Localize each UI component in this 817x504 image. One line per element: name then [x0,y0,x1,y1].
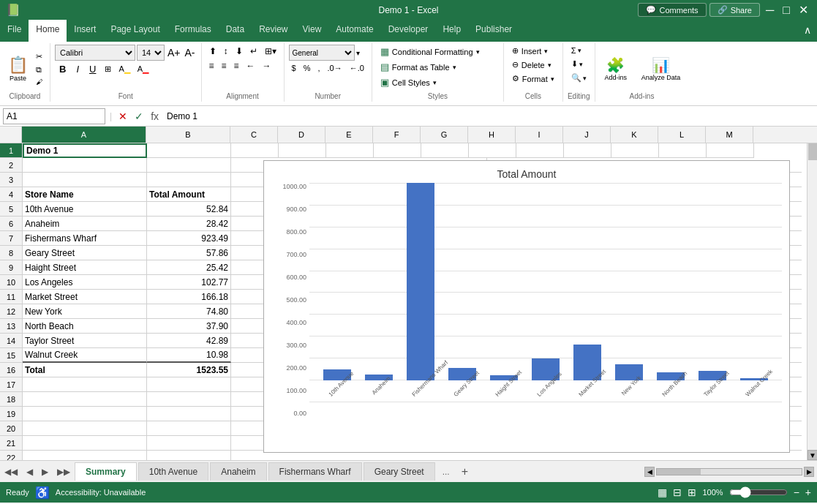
font-color-button[interactable]: A▁ [135,63,151,75]
minimize-button[interactable]: ─ [763,4,777,17]
cell-A20[interactable] [23,421,147,436]
cut-button[interactable]: ✂ [33,50,45,63]
scroll-right-button[interactable]: ▶ [804,467,814,477]
cell-B1[interactable] [147,143,231,158]
row-header-14[interactable]: 14 [0,334,22,348]
tab-view[interactable]: View [295,20,329,42]
col-header-J[interactable]: J [563,127,611,143]
increase-decimal-button[interactable]: .0→ [324,62,345,74]
cell-B2[interactable] [147,158,231,173]
format-painter-button[interactable]: 🖌 [33,77,45,87]
cell-A2[interactable] [23,158,147,173]
row-header-15[interactable]: 15 [0,348,22,363]
cell-A15[interactable]: Walnut Creek [23,348,147,363]
cell-B14[interactable]: 42.89 [147,334,231,348]
cell-A5[interactable]: 10th Avenue [23,202,147,217]
cell-B4[interactable]: Total Amount [147,187,231,202]
tab-review[interactable]: Review [252,20,295,42]
cell-B10[interactable]: 102.77 [147,275,231,290]
increase-font-button[interactable]: A+ [166,47,182,59]
cell-A3[interactable] [23,173,147,187]
cell-B22[interactable] [147,451,231,460]
cell-B20[interactable] [147,421,231,436]
font-size-select[interactable]: 14 [137,45,165,61]
col-header-E[interactable]: E [325,127,373,143]
cell-A4[interactable]: Store Name [23,187,147,202]
cell-A8[interactable]: Geary Street [23,246,147,260]
cell-A17[interactable] [23,377,147,392]
row-header-7[interactable]: 7 [0,231,22,246]
confirm-formula-button[interactable]: ✓ [132,110,146,122]
conditional-formatting-button[interactable]: ▦ Conditional Formatting ▾ [377,45,499,59]
row-header-6[interactable]: 6 [0,217,22,231]
cell-B12[interactable]: 74.80 [147,304,231,319]
cell-A16[interactable]: Total [23,363,147,377]
col-header-M[interactable]: M [706,127,753,143]
tab-formulas[interactable]: Formulas [167,20,219,42]
insert-cells-button[interactable]: ⊕ Insert ▾ [508,45,558,57]
tab-page-layout[interactable]: Page Layout [103,20,167,42]
number-format-select[interactable]: General [289,45,355,61]
cell-A21[interactable] [23,436,147,451]
cell-A6[interactable]: Anaheim [23,217,147,231]
align-right-button[interactable]: ≡ [231,59,242,72]
tab-file[interactable]: File [0,20,29,42]
cell-B16[interactable]: 1523.55 [147,363,231,377]
col-header-F[interactable]: F [373,127,421,143]
col-header-I[interactable]: I [516,127,563,143]
row-header-20[interactable]: 20 [0,421,22,436]
page-break-button[interactable]: ⊞ [688,486,696,498]
cell-B7[interactable]: 923.49 [147,231,231,246]
cell-B15[interactable]: 10.98 [147,348,231,363]
cell-B18[interactable] [147,392,231,407]
tab-publisher[interactable]: Publisher [468,20,519,42]
tab-data[interactable]: Data [219,20,252,42]
scroll-left-button[interactable]: ◀ [644,467,655,477]
row-header-11[interactable]: 11 [0,290,22,304]
row-header-22[interactable]: 22 [0,451,22,460]
cell-styles-button[interactable]: ▣ Cell Styles ▾ [377,75,499,89]
align-left-button[interactable]: ≡ [206,59,217,72]
cell-D1[interactable] [279,143,326,158]
col-header-A[interactable]: A [22,127,146,143]
add-sheet-button[interactable]: + [456,465,474,478]
row-header-2[interactable]: 2 [0,158,22,173]
align-bottom-button[interactable]: ⬇ [233,45,246,58]
tab-insert[interactable]: Insert [67,20,103,42]
col-header-K[interactable]: K [611,127,658,143]
tab-developer[interactable]: Developer [381,20,436,42]
col-header-D[interactable]: D [278,127,325,143]
tab-prev-button[interactable]: ◀◀ [0,467,22,477]
h-scroll-thumb[interactable] [657,469,701,475]
row-header-17[interactable]: 17 [0,377,22,392]
comments-button[interactable]: 💬 Comments [638,3,706,17]
tab-next-single-button[interactable]: ▶ [37,467,53,477]
cell-A12[interactable]: New York [23,304,147,319]
copy-button[interactable]: ⧉ [33,64,45,76]
align-top-button[interactable]: ⬆ [206,45,219,58]
decrease-font-button[interactable]: A- [184,47,197,59]
cell-A10[interactable]: Los Angeles [23,275,147,290]
normal-view-button[interactable]: ▦ [658,486,667,498]
cell-A14[interactable]: Taylor Street [23,334,147,348]
row-header-9[interactable]: 9 [0,260,22,275]
cell-B5[interactable]: 52.84 [147,202,231,217]
sheet-tab-summary[interactable]: Summary [75,462,137,481]
cell-A11[interactable]: Market Street [23,290,147,304]
delete-cells-button[interactable]: ⊖ Delete ▾ [508,59,558,71]
cell-B19[interactable] [147,407,231,421]
sheet-tab-10th-avenue[interactable]: 10th Avenue [138,462,209,481]
page-layout-button[interactable]: ⊟ [673,486,682,498]
align-middle-button[interactable]: ↕ [221,45,231,58]
row-header-8[interactable]: 8 [0,246,22,260]
h-scroll-track[interactable] [656,468,802,475]
cell-M1[interactable] [707,143,754,158]
analyze-data-button[interactable]: 📊 Analyze Data [638,54,685,83]
cell-B3[interactable] [147,173,231,187]
row-header-10[interactable]: 10 [0,275,22,290]
cell-H1[interactable] [469,143,516,158]
close-button[interactable]: ✕ [796,3,811,17]
cell-A22[interactable] [23,451,147,460]
format-as-table-button[interactable]: ▤ Format as Table ▾ [377,60,499,74]
tab-home[interactable]: Home [29,20,67,42]
